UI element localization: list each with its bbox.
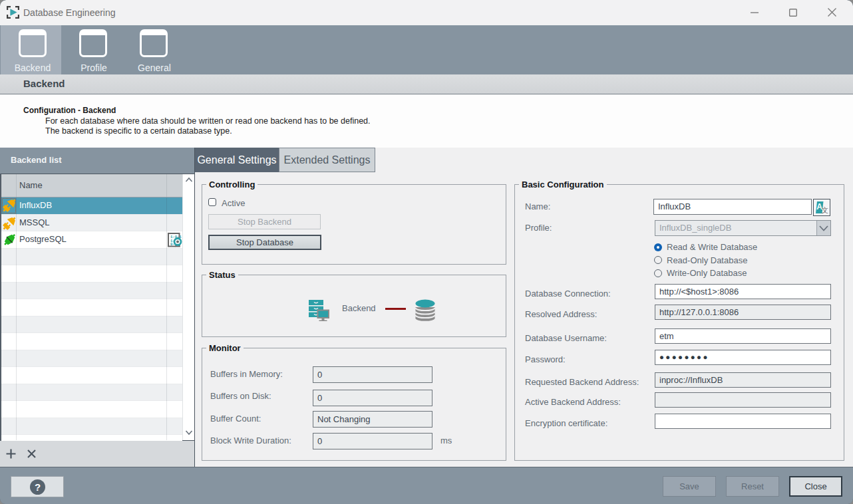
svg-text:文: 文 [822, 206, 828, 214]
